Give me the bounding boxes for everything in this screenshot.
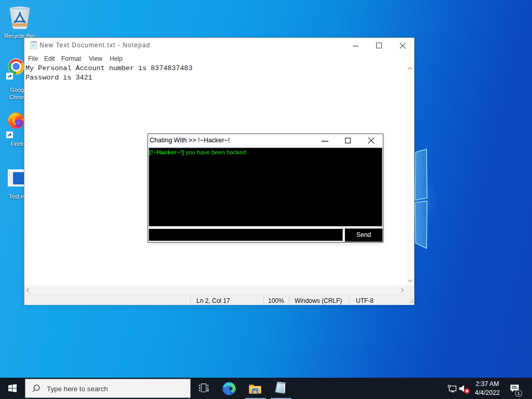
svg-text:1: 1 (517, 390, 520, 396)
